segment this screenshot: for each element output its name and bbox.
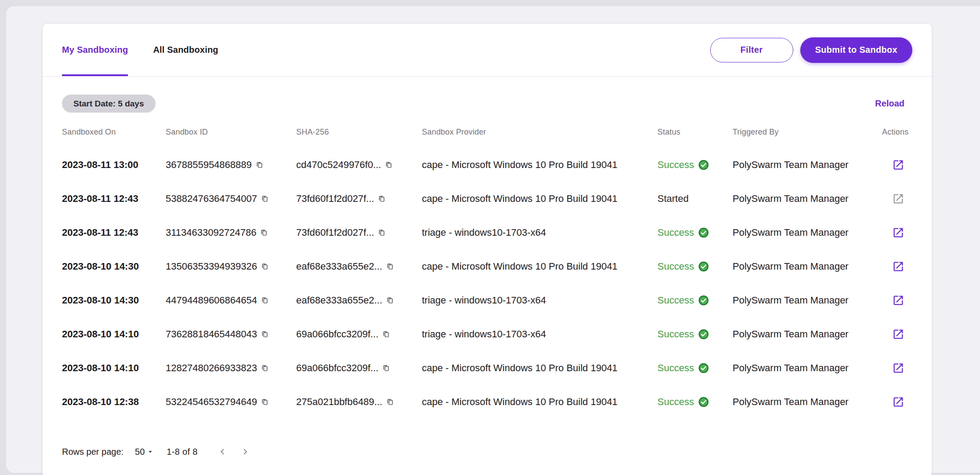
cell-sandbox-provider: cape - Microsoft Windows 10 Pro Build 19… — [422, 159, 657, 171]
copy-icon[interactable] — [386, 296, 394, 304]
open-in-new-icon[interactable] — [892, 362, 904, 374]
tab-bar: My Sandboxing All Sandboxing — [62, 24, 243, 76]
sha256-text: 73fd60f1f2d027f... — [296, 193, 374, 205]
status-text: Success — [657, 362, 694, 374]
copy-icon[interactable] — [261, 296, 269, 304]
pagination-bar: Rows per page: 50 1-8 of 8 — [43, 441, 932, 463]
status-text: Success — [657, 227, 694, 238]
copy-icon[interactable] — [382, 364, 390, 372]
cell-triggered-by: PolySwarm Team Manager — [733, 227, 882, 238]
cell-status: Success — [657, 329, 733, 340]
cell-sha256: 69a066bfcc3209f... — [296, 329, 422, 340]
copy-icon[interactable] — [260, 228, 268, 237]
col-header-triggered-by: Triggered By — [733, 128, 882, 137]
cell-sandboxed-on: 2023-08-10 14:30 — [62, 295, 166, 306]
sha256-text: eaf68e333a655e2... — [296, 261, 382, 272]
cell-sandbox-id: 53224546532794649 — [166, 396, 296, 408]
success-check-icon — [698, 363, 709, 373]
cell-sha256: 275a021bbfb6489... — [296, 396, 422, 408]
cell-sandboxed-on: 2023-08-10 12:38 — [62, 396, 166, 408]
cell-sha256: 69a066bfcc3209f... — [296, 362, 422, 374]
col-header-actions: Actions — [882, 128, 908, 137]
table-row: 2023-08-10 14:30 13506353394939326 eaf68… — [43, 249, 932, 283]
col-header-status: Status — [657, 128, 733, 137]
cell-sandbox-id: 53882476364754007 — [166, 193, 296, 205]
tab-my-sandboxing[interactable]: My Sandboxing — [62, 24, 128, 76]
cell-sandbox-id: 31134633092724786 — [166, 227, 296, 238]
status-text: Started — [657, 193, 689, 205]
copy-icon[interactable] — [386, 398, 394, 406]
open-in-new-icon[interactable] — [892, 396, 904, 408]
cell-actions — [882, 294, 904, 307]
tab-all-sandboxing[interactable]: All Sandboxing — [153, 24, 218, 76]
open-in-new-icon[interactable] — [892, 328, 904, 340]
cell-status: Success — [657, 261, 733, 272]
col-header-sha256: SHA-256 — [296, 128, 422, 137]
copy-icon[interactable] — [256, 161, 263, 169]
sha256-text: 69a066bfcc3209f... — [296, 362, 378, 374]
success-check-icon — [698, 227, 709, 238]
submit-to-sandbox-button[interactable]: Submit to Sandbox — [800, 37, 912, 63]
cell-triggered-by: PolySwarm Team Manager — [733, 193, 882, 205]
cell-triggered-by: PolySwarm Team Manager — [733, 295, 882, 306]
copy-icon[interactable] — [261, 330, 269, 338]
cell-sandbox-id: 73628818465448043 — [166, 329, 296, 340]
copy-icon[interactable] — [261, 364, 269, 372]
copy-icon[interactable] — [385, 161, 392, 169]
col-header-sandboxed-on: Sandboxed On — [62, 128, 166, 137]
sandbox-id-text: 53224546532794649 — [166, 396, 257, 408]
sandbox-id-text: 13506353394939326 — [166, 261, 257, 272]
cell-sandboxed-on: 2023-08-10 14:10 — [62, 362, 166, 374]
copy-icon[interactable] — [382, 330, 390, 338]
success-check-icon — [698, 295, 709, 306]
sandbox-id-text: 3678855954868889 — [166, 159, 252, 171]
open-in-new-icon[interactable] — [892, 260, 904, 273]
filter-button[interactable]: Filter — [710, 38, 793, 62]
copy-icon[interactable] — [261, 194, 269, 203]
cell-sandbox-id: 3678855954868889 — [166, 159, 296, 171]
table-row: 2023-08-11 13:00 3678855954868889 cd470c… — [43, 148, 932, 182]
cell-actions — [882, 362, 904, 374]
cell-sha256: eaf68e333a655e2... — [296, 261, 422, 272]
copy-icon[interactable] — [261, 398, 269, 406]
status-text: Success — [657, 396, 694, 408]
cell-status: Success — [657, 227, 733, 238]
cell-sandbox-provider: triage - windows10-1703-x64 — [422, 295, 657, 306]
cell-triggered-by: PolySwarm Team Manager — [733, 159, 882, 171]
cell-status: Started — [657, 193, 733, 205]
open-in-new-icon[interactable] — [892, 227, 904, 239]
previous-page-button[interactable] — [211, 440, 234, 463]
table-row: 2023-08-11 12:43 31134633092724786 73fd6… — [43, 216, 932, 249]
sha256-text: 73fd60f1f2d027f... — [296, 227, 374, 238]
cell-actions — [882, 227, 904, 239]
table-row: 2023-08-10 14:10 73628818465448043 69a06… — [43, 317, 932, 351]
cell-triggered-by: PolySwarm Team Manager — [733, 362, 882, 374]
start-date-filter-chip[interactable]: Start Date: 5 days — [62, 95, 156, 113]
cell-triggered-by: PolySwarm Team Manager — [733, 396, 882, 408]
cell-sandbox-id: 13506353394939326 — [166, 261, 296, 272]
next-page-button[interactable] — [234, 440, 257, 463]
sandbox-id-text: 12827480266933823 — [166, 362, 257, 374]
cell-sandboxed-on: 2023-08-11 12:43 — [62, 193, 166, 205]
pagination-range: 1-8 of 8 — [167, 447, 197, 457]
copy-icon[interactable] — [378, 228, 385, 237]
success-check-icon — [698, 160, 709, 170]
open-in-new-icon[interactable] — [892, 193, 904, 205]
copy-icon[interactable] — [378, 194, 385, 203]
open-in-new-icon[interactable] — [892, 159, 904, 171]
cell-sha256: cd470c5249976f0... — [296, 159, 422, 171]
copy-icon[interactable] — [261, 262, 269, 270]
cell-sandboxed-on: 2023-08-10 14:10 — [62, 329, 166, 340]
copy-icon[interactable] — [386, 262, 394, 270]
cell-actions — [882, 159, 904, 171]
reload-link[interactable]: Reload — [875, 99, 912, 109]
cell-sandbox-provider: cape - Microsoft Windows 10 Pro Build 19… — [422, 193, 657, 205]
caret-down-icon — [146, 448, 154, 456]
open-in-new-icon[interactable] — [892, 294, 904, 307]
cell-status: Success — [657, 295, 733, 306]
cell-sandbox-provider: triage - windows10-1703-x64 — [422, 329, 657, 340]
cell-sha256: 73fd60f1f2d027f... — [296, 193, 422, 205]
sha256-text: 275a021bbfb6489... — [296, 396, 382, 408]
rows-per-page-select[interactable]: 50 — [135, 447, 154, 457]
cell-status: Success — [657, 396, 733, 408]
